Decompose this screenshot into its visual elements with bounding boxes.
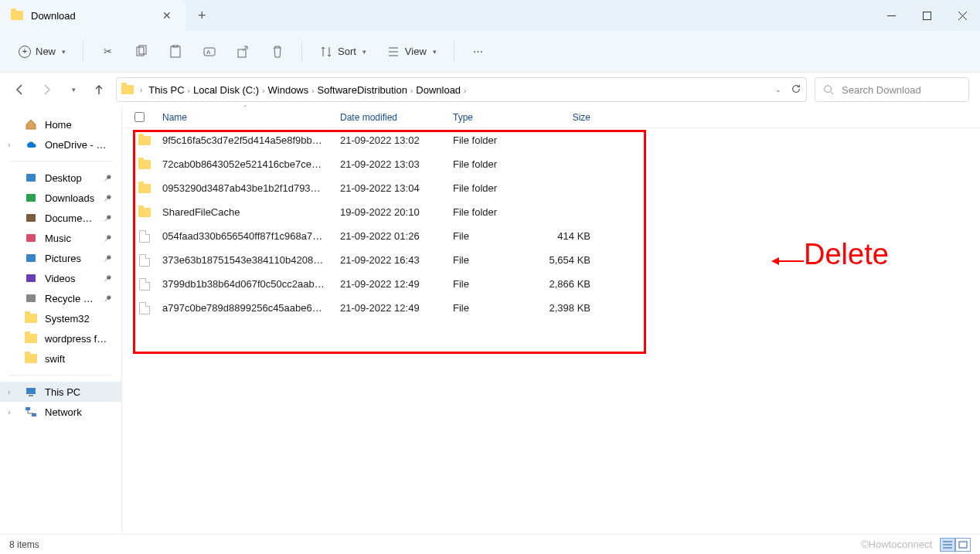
share-button[interactable]	[229, 40, 258, 63]
address-bar[interactable]: › This PC›Local Disk (C:)›Windows›Softwa…	[116, 77, 807, 102]
sidebar-label: Videos	[45, 273, 76, 284]
table-row[interactable]: 3799db1b38b64d067f0c50cc2aab396e2...21-0…	[122, 272, 980, 296]
sidebar-item[interactable]: Pictures📍	[0, 248, 121, 268]
up-button[interactable]	[90, 80, 108, 99]
cell-date: 21-09-2022 12:49	[332, 278, 445, 290]
table-row[interactable]: 9f5c16fa5c3d7e2f5d414a5e8f9bb64721-09-20…	[122, 128, 980, 152]
details-view-button[interactable]	[940, 538, 955, 552]
sidebar-label: Recycle Bin	[45, 293, 95, 304]
sidebar-label: System32	[45, 313, 90, 325]
chevron-down-icon[interactable]: ⌄	[775, 86, 781, 93]
back-button[interactable]	[11, 80, 29, 99]
large-icons-view-button[interactable]	[955, 538, 971, 552]
column-headers: Name˄ Date modified Type Size	[122, 107, 980, 128]
folder-icon	[11, 11, 23, 20]
close-icon[interactable]: ✕	[159, 8, 175, 23]
cell-type: File	[445, 302, 536, 314]
svg-rect-22	[26, 294, 36, 302]
folder-icon	[25, 232, 37, 244]
sidebar-item[interactable]: Recycle Bin📍	[0, 288, 121, 308]
select-all-checkbox[interactable]	[134, 112, 155, 122]
sidebar-item[interactable]: wordpress function	[0, 328, 121, 348]
breadcrumb-item[interactable]: Local Disk (C:)	[190, 83, 262, 97]
chevron-down-icon: ▾	[433, 48, 437, 56]
file-area: Name˄ Date modified Type Size 9f5c16fa5c…	[122, 107, 980, 534]
sidebar-item[interactable]: Downloads📍	[0, 188, 121, 208]
breadcrumb-item[interactable]: SoftwareDistribution	[315, 83, 410, 97]
breadcrumb-item[interactable]: Download	[413, 83, 464, 97]
svg-rect-17	[26, 194, 36, 202]
sidebar-item[interactable]: Music📍	[0, 228, 121, 248]
more-button[interactable]: ⋯	[464, 40, 493, 63]
cell-type: File	[445, 254, 536, 266]
chevron-right-icon[interactable]: ›	[464, 87, 466, 95]
sidebar-label: Music	[45, 233, 71, 244]
cell-date: 21-09-2022 13:03	[332, 158, 445, 170]
maximize-button[interactable]	[909, 0, 944, 31]
breadcrumb-item[interactable]: This PC	[145, 83, 187, 97]
chevron-right-icon[interactable]: ›	[8, 141, 10, 149]
column-name[interactable]: Name˄	[155, 112, 332, 123]
pin-icon: 📍	[101, 272, 114, 284]
sort-label: Sort	[338, 46, 356, 57]
file-icon	[134, 302, 155, 314]
column-type[interactable]: Type	[445, 112, 536, 123]
sidebar-item[interactable]: swift	[0, 348, 121, 369]
folder-icon	[121, 85, 134, 94]
cell-date: 21-09-2022 12:49	[332, 302, 445, 314]
search-input[interactable]: Search Download	[815, 77, 969, 102]
refresh-button[interactable]	[791, 83, 801, 97]
sidebar-item[interactable]: Documents📍	[0, 208, 121, 228]
table-row[interactable]: 0953290d3487ab43be1b2f1d793c7a4f21-09-20…	[122, 176, 980, 200]
table-row[interactable]: 72cab0b8643052e521416cbe7ceb878421-09-20…	[122, 152, 980, 176]
new-button[interactable]: + New ▾	[11, 41, 73, 63]
sidebar-item[interactable]: Desktop📍	[0, 168, 121, 188]
chevron-down-icon: ▾	[62, 48, 66, 56]
svg-rect-21	[26, 274, 36, 282]
folder-icon	[25, 272, 37, 284]
cell-size: 5,654 KB	[536, 254, 598, 266]
svg-rect-16	[26, 174, 36, 182]
file-icon	[134, 278, 155, 291]
recent-button[interactable]: ▾	[63, 80, 82, 99]
table-row[interactable]: SharedFileCache19-09-2022 20:10File fold…	[122, 200, 980, 224]
home-icon	[25, 118, 37, 131]
forward-button[interactable]	[37, 80, 56, 99]
sidebar-label: This PC	[45, 386, 80, 398]
view-button[interactable]: View ▾	[379, 40, 444, 63]
tab-download[interactable]: Download ✕	[0, 0, 185, 31]
sidebar-item[interactable]: System32	[0, 308, 121, 328]
sidebar-item-thispc[interactable]: › This PC	[0, 382, 121, 402]
sidebar-item-network[interactable]: › Network	[0, 402, 121, 422]
column-date[interactable]: Date modified	[332, 112, 445, 123]
cut-button[interactable]: ✂	[93, 40, 122, 63]
sidebar-item-home[interactable]: Home	[0, 114, 121, 134]
delete-button[interactable]	[263, 40, 292, 63]
svg-line-15	[831, 92, 834, 95]
chevron-right-icon[interactable]: ›	[262, 87, 264, 95]
chevron-right-icon: ›	[140, 86, 142, 94]
table-row[interactable]: a797c0be789d8899256c45aabe6f55d30...21-0…	[122, 296, 980, 320]
sidebar-label: Home	[45, 119, 72, 131]
minimize-button[interactable]	[873, 0, 909, 31]
close-button[interactable]	[944, 0, 980, 31]
cell-name: 72cab0b8643052e521416cbe7ceb8784	[155, 158, 332, 170]
breadcrumb-item[interactable]: Windows	[265, 83, 312, 97]
column-size[interactable]: Size	[536, 112, 598, 123]
share-icon	[236, 45, 250, 59]
chevron-right-icon[interactable]: ›	[8, 388, 10, 396]
copy-button[interactable]	[127, 40, 156, 63]
new-tab-button[interactable]: +	[185, 0, 219, 31]
sidebar-label: Pictures	[45, 253, 81, 264]
chevron-right-icon[interactable]: ›	[8, 408, 10, 416]
paste-button[interactable]	[161, 40, 190, 63]
svg-rect-19	[26, 234, 36, 242]
folder-icon	[25, 352, 37, 365]
sidebar-item[interactable]: Videos📍	[0, 268, 121, 288]
svg-rect-20	[26, 254, 36, 262]
sidebar-item-onedrive[interactable]: › OneDrive - Personal	[0, 134, 121, 155]
rename-button[interactable]: A	[195, 40, 224, 63]
sort-button[interactable]: Sort ▾	[311, 40, 374, 63]
cell-type: File	[445, 278, 536, 290]
search-icon	[823, 84, 834, 95]
